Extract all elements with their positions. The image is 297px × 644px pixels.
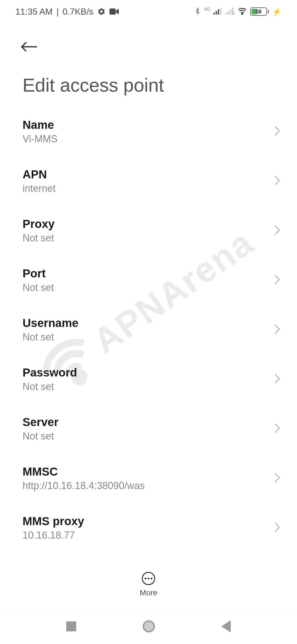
svg-rect-6 (228, 11, 229, 15)
setting-server[interactable]: Server Not set (0, 404, 297, 454)
setting-label: Name (23, 118, 57, 132)
svg-rect-7 (230, 9, 231, 15)
setting-value: Not set (23, 282, 54, 293)
more-label: More (140, 588, 157, 597)
camera-icon (109, 8, 119, 15)
battery-icon: 38 (250, 7, 269, 16)
setting-label: Port (23, 267, 54, 280)
setting-password[interactable]: Password Not set (0, 354, 297, 404)
svg-rect-5 (226, 13, 227, 14)
setting-username[interactable]: Username Not set (0, 305, 297, 354)
setting-value: internet (23, 183, 56, 194)
status-left: 11:35 AM | 0.7KB/s (15, 7, 119, 17)
back-button[interactable] (15, 33, 40, 58)
signal-1-icon (213, 7, 222, 16)
svg-rect-4 (220, 7, 221, 15)
status-bar: 11:35 AM | 0.7KB/s 4G ✕ 38 ⚡ (0, 0, 297, 22)
gear-icon (97, 7, 106, 16)
chevron-right-icon (274, 274, 280, 286)
svg-text:✕: ✕ (232, 12, 234, 15)
setting-label: APN (23, 168, 56, 181)
svg-rect-0 (109, 9, 116, 15)
setting-label: Password (23, 366, 77, 379)
signal-2-icon: ✕ (226, 7, 234, 16)
setting-name[interactable]: Name Vi-MMS (0, 107, 297, 156)
setting-value: Not set (23, 430, 59, 442)
header (0, 22, 297, 58)
setting-value: Not set (23, 381, 77, 392)
chevron-right-icon (274, 125, 280, 138)
status-time: 11:35 AM (15, 7, 53, 17)
wifi-icon (238, 7, 247, 16)
setting-port[interactable]: Port Not set (0, 255, 297, 305)
nav-recent-button[interactable] (66, 621, 76, 631)
nav-back-button[interactable] (221, 620, 231, 632)
setting-mmsc[interactable]: MMSC http://10.16.18.4:38090/was (0, 454, 297, 503)
more-button[interactable]: More (0, 564, 297, 597)
setting-label: MMSC (23, 465, 145, 478)
status-data-rate: 0.7KB/s (63, 7, 94, 17)
chevron-right-icon (274, 472, 280, 484)
setting-value: 10.16.18.77 (23, 530, 84, 541)
setting-value: Not set (23, 331, 78, 343)
setting-label: MMS proxy (23, 515, 84, 528)
battery-percent: 38 (255, 9, 262, 15)
charging-icon: ⚡ (272, 7, 282, 16)
navigation-bar (0, 608, 297, 644)
svg-rect-2 (216, 11, 217, 15)
chevron-right-icon (274, 324, 280, 336)
svg-point-10 (242, 13, 243, 14)
network-4g-label: 4G (204, 7, 210, 12)
status-separator: | (56, 7, 59, 17)
setting-proxy[interactable]: Proxy Not set (0, 206, 297, 255)
setting-value: http://10.16.18.4:38090/was (23, 480, 145, 492)
setting-label: Proxy (23, 217, 55, 231)
status-right: 4G ✕ 38 ⚡ (194, 7, 282, 17)
settings-list: Name Vi-MMS APN internet Proxy (0, 107, 297, 553)
setting-mms-proxy[interactable]: MMS proxy 10.16.18.77 (0, 503, 297, 553)
chevron-right-icon (274, 225, 280, 237)
chevron-right-icon (274, 373, 280, 385)
setting-value: Vi-MMS (23, 133, 57, 145)
setting-apn[interactable]: APN internet (0, 156, 297, 206)
svg-rect-3 (218, 9, 219, 15)
setting-value: Not set (23, 232, 55, 244)
chevron-right-icon (274, 175, 280, 187)
page-title: Edit access point (0, 58, 297, 107)
svg-rect-1 (213, 13, 215, 14)
setting-label: Server (23, 416, 59, 429)
nav-home-button[interactable] (143, 620, 155, 632)
chevron-right-icon (274, 423, 280, 435)
more-icon (142, 572, 155, 585)
chevron-right-icon (274, 522, 280, 534)
bluetooth-icon (194, 7, 201, 17)
setting-label: Username (23, 316, 78, 330)
